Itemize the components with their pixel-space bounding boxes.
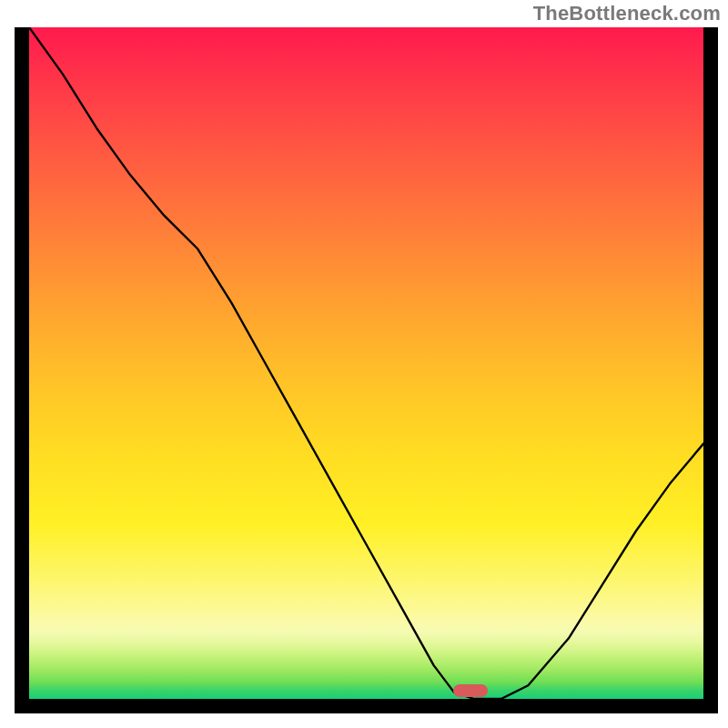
plot-area bbox=[29, 27, 703, 699]
chart-container: TheBottleneck.com bbox=[0, 0, 728, 728]
watermark-text: TheBottleneck.com bbox=[533, 2, 721, 25]
bottleneck-curve bbox=[29, 27, 703, 699]
optimal-marker bbox=[453, 684, 488, 697]
plot-frame bbox=[15, 27, 718, 713]
